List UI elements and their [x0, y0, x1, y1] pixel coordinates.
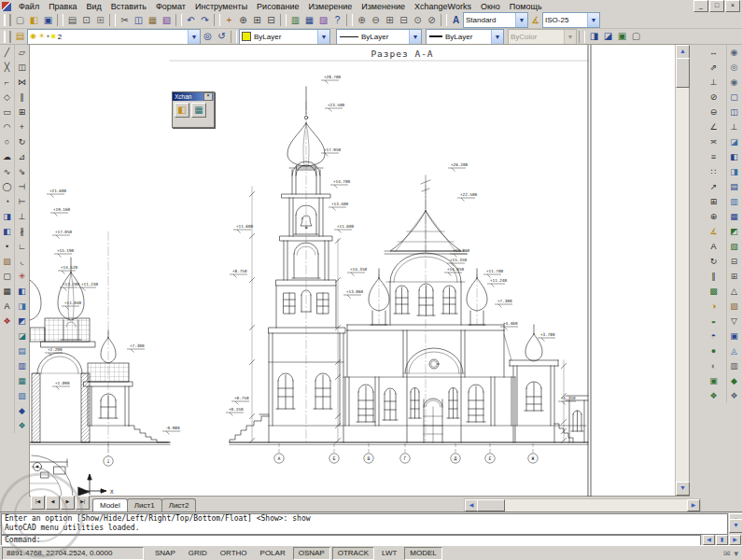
background-icon[interactable]: ● — [707, 343, 721, 358]
chevron-down-icon[interactable]: ▼ — [587, 13, 599, 27]
polygon-icon[interactable]: ◇ — [0, 90, 14, 105]
extend-icon[interactable]: ⊢ — [15, 194, 29, 209]
match-properties-icon[interactable]: ▧ — [160, 13, 174, 27]
polygonal-viewport-icon[interactable]: ◫ — [727, 105, 741, 119]
3d-orbit-icon[interactable]: ◎ — [727, 60, 741, 75]
trim-icon[interactable]: ⊣ — [15, 179, 29, 194]
db-connect-icon[interactable]: ▣ — [727, 329, 741, 343]
camera-icon[interactable]: ◉ — [727, 75, 741, 90]
zoom-scale-icon[interactable]: ⊘ — [425, 13, 439, 27]
status-toggle-lwt[interactable]: LWT — [376, 547, 402, 560]
dim-angular-icon[interactable]: ∠ — [707, 119, 721, 134]
color-control-icon[interactable]: ▣ — [615, 30, 629, 44]
make-object-layer-current-icon[interactable]: ◎ — [201, 30, 215, 44]
new-file-icon[interactable]: ▢ — [13, 13, 27, 27]
dim-edit-icon[interactable]: ∡ — [707, 224, 721, 239]
redo-icon[interactable]: ↷ — [198, 13, 212, 27]
menu-8[interactable]: Изменение — [357, 2, 410, 11]
save-icon[interactable]: ▣ — [41, 13, 55, 27]
status-toggle-otrack[interactable]: OTRACK — [332, 547, 374, 560]
hatch-icon[interactable]: ▨ — [0, 254, 14, 269]
scroll-down-icon[interactable]: ▼ — [729, 519, 742, 533]
chevron-down-icon[interactable]: ▼ — [317, 30, 329, 44]
drawing-canvas[interactable]: Разрез А-А — [29, 44, 690, 497]
tolerance-icon[interactable]: ⊞ — [707, 194, 721, 209]
xtools-2-icon[interactable]: ◨ — [15, 299, 29, 314]
close-button[interactable]: × — [725, 0, 740, 12]
render-preferences-icon[interactable]: ❖ — [707, 388, 721, 403]
text-style-icon[interactable]: A — [449, 13, 463, 27]
center-mark-icon[interactable]: ⊕ — [707, 209, 721, 224]
restore-button[interactable]: □ — [709, 0, 724, 12]
dim-baseline-icon[interactable]: ≡ — [707, 149, 721, 164]
surfaces-2d-icon[interactable]: ▥ — [727, 194, 741, 209]
tab-model[interactable]: Model — [92, 498, 128, 511]
render-icon[interactable]: ▩ — [707, 284, 721, 299]
customize-icon[interactable]: ❖ — [727, 388, 741, 403]
vertical-scrollbar[interactable]: ▲ ▼ — [675, 45, 689, 496]
offset-icon[interactable]: ∥ — [15, 90, 29, 105]
leader-icon[interactable]: ↗ — [707, 179, 721, 194]
xtools-4-icon[interactable]: ◪ — [15, 329, 29, 343]
mirror-icon[interactable]: ⋈ — [15, 75, 29, 90]
xtools-8-icon[interactable]: ▧ — [15, 388, 29, 403]
mapping-icon[interactable]: ◓ — [707, 329, 721, 343]
menu-3[interactable]: Вставить — [106, 2, 151, 11]
scroll-left-icon[interactable]: ◀ — [703, 535, 715, 545]
menu-1[interactable]: Правка — [44, 2, 81, 11]
scale-icon[interactable]: ⊿ — [15, 149, 29, 164]
xchange-floating-toolbar[interactable]: Xchan × ◧▦ — [172, 91, 215, 128]
scroll-up-icon[interactable]: ▲ — [676, 45, 690, 59]
xtools-1-icon[interactable]: ◧ — [15, 284, 29, 299]
menu-2[interactable]: Вид — [82, 2, 106, 11]
publish-icon[interactable]: ⊞ — [93, 13, 107, 27]
rectangle-icon[interactable]: ▭ — [0, 105, 14, 119]
refedit-icon[interactable]: ▨ — [727, 299, 741, 314]
menu-0[interactable]: Файл — [14, 2, 44, 11]
break-at-point-icon[interactable]: ⊥ — [15, 209, 29, 224]
inquiry-distance-icon[interactable]: △ — [727, 284, 741, 299]
rotate-icon[interactable]: ↻ — [15, 134, 29, 149]
layer-combo[interactable]: ◉☀▪■ 2 ▼ — [27, 29, 201, 45]
copy-object-icon[interactable]: ◫ — [15, 60, 29, 75]
status-toggle-snap[interactable]: SNAP — [149, 547, 181, 560]
command-history[interactable]: Enter an option [Show/Hide/Left/Right/To… — [1, 513, 728, 535]
horizontal-scrollbar[interactable]: ◀ ▶ — [464, 498, 701, 512]
menu-6[interactable]: Рисование — [252, 2, 303, 11]
make-block-icon[interactable]: ◧ — [0, 224, 14, 239]
zoom-window-icon[interactable]: ⊞ — [250, 13, 264, 27]
move-icon[interactable]: + — [15, 119, 29, 134]
erase-icon[interactable]: ▱ — [15, 45, 29, 60]
menu-11[interactable]: Помощь — [505, 2, 547, 11]
dim-aligned-icon[interactable]: ⇗ — [707, 60, 721, 75]
dim-radius-icon[interactable]: ⊘ — [707, 90, 721, 105]
xtools-7-icon[interactable]: ▦ — [15, 373, 29, 388]
dim-linear-icon[interactable]: ↔ — [707, 45, 721, 60]
chevron-down-icon[interactable]: ▼ — [491, 30, 503, 44]
dim-continue-icon[interactable]: ∷ — [707, 164, 721, 179]
revision-cloud-icon[interactable]: ☁ — [0, 149, 14, 164]
xtools-5-icon[interactable]: ▤ — [15, 343, 29, 358]
linetype-manager-icon[interactable]: ◨ — [587, 30, 601, 44]
dim-update-icon[interactable]: ↻ — [707, 254, 721, 269]
linetype-combo[interactable]: ByLayer ▼ — [336, 29, 422, 45]
zoom-all-icon[interactable]: ⊞ — [383, 13, 397, 27]
pan-icon[interactable]: + — [222, 13, 236, 27]
break-icon[interactable]: ∦ — [15, 224, 29, 239]
tool-palettes-icon[interactable]: ▨ — [316, 13, 330, 27]
status-toggle-ortho[interactable]: ORTHO — [215, 547, 253, 560]
chevron-down-icon[interactable]: ▼ — [409, 30, 421, 44]
insert-block-icon[interactable]: ◨ — [0, 209, 14, 224]
ucs-icon[interactable]: ⊥ — [727, 119, 741, 134]
materials-icon[interactable]: ◒ — [707, 314, 721, 329]
xtools-9-icon[interactable]: ◆ — [15, 403, 29, 418]
script-icon[interactable]: ▥ — [727, 358, 741, 373]
zoom-center-icon[interactable]: ⊙ — [411, 13, 425, 27]
ellipse-arc-icon[interactable]: ◔ — [0, 194, 14, 209]
lights-icon[interactable]: ◑ — [707, 299, 721, 314]
first-tab-button[interactable]: |◀ — [31, 496, 45, 510]
layer-previous-icon[interactable]: ↺ — [215, 30, 229, 44]
text-style-combo[interactable]: Standard ▼ — [463, 12, 528, 28]
status-toggle-polar[interactable]: POLAR — [255, 547, 291, 560]
toolbar-grip[interactable] — [4, 14, 11, 26]
